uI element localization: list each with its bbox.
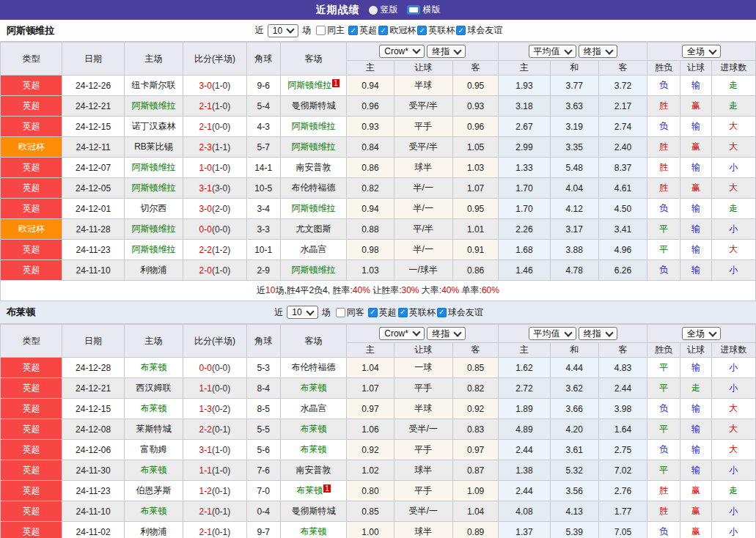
handicap-result-cell: 输 — [680, 358, 711, 378]
checkbox-icon[interactable] — [368, 308, 378, 317]
average-select-group: 平均值 终指 — [499, 43, 647, 61]
bookmaker-select[interactable]: Crow* — [379, 45, 425, 58]
average-select[interactable]: 平均值 — [529, 327, 576, 340]
date-cell: 24-11-10 — [62, 501, 124, 522]
same-venue-label: 同主 — [327, 24, 345, 37]
checkbox-icon[interactable] — [336, 308, 345, 317]
away-team-name: 南安普敦 — [296, 465, 331, 475]
goals-result-cell: 大 — [711, 178, 755, 199]
checkbox-icon[interactable] — [316, 26, 326, 35]
radio-unselected-icon[interactable] — [369, 6, 378, 15]
match-row: 英超24-11-23阿斯顿维拉2-2(1-2)10-1水晶宫0.98半/一0.9… — [1, 240, 756, 260]
league-filter-英联杯[interactable]: 英联杯 — [397, 306, 436, 319]
away-team-name: 阿斯顿维拉 — [292, 141, 336, 152]
fulltime-select[interactable]: 全场 — [682, 45, 721, 58]
fulltime-score: 2-3 — [199, 142, 212, 152]
avg-odds-cell: 2.67 — [499, 117, 550, 137]
checkbox-icon[interactable] — [378, 26, 388, 35]
avg-odds-cell: 1.77 — [598, 501, 647, 522]
col-corner: 角球 — [246, 43, 280, 75]
league-filter-欧冠杯[interactable]: 欧冠杯 — [377, 24, 416, 37]
date-cell: 24-11-23 — [62, 240, 124, 260]
average-select[interactable]: 平均值 — [529, 45, 576, 58]
winlose-result-cell: 负 — [647, 260, 680, 281]
filter-bar: 近 10 场 同主 英超欧冠杯英联杯球会友谊 — [0, 20, 756, 41]
checkbox-icon[interactable] — [456, 26, 466, 35]
recent-count-select[interactable]: 10 — [287, 306, 318, 319]
league-cell: 英超 — [1, 460, 62, 481]
avg-odds-cell: 3.19 — [550, 117, 598, 137]
checkbox-icon[interactable] — [417, 26, 427, 35]
crow-odds-cell: 0.97 — [347, 399, 394, 419]
avg-odds-cell: 4.50 — [598, 199, 647, 219]
radio-horizontal-label: 横版 — [423, 4, 441, 16]
avg-odds-cell: 5.32 — [550, 460, 598, 481]
recent-count-select[interactable]: 10 — [268, 24, 298, 37]
checkbox-icon[interactable] — [437, 308, 447, 317]
league-filter-球会友谊[interactable]: 球会友谊 — [436, 306, 483, 319]
summary-segment: 场,胜4平2负4, 胜率: — [275, 285, 352, 295]
checkbox-icon[interactable] — [398, 308, 408, 317]
match-row: 欧冠杯24-11-28阿斯顿维拉0-0(0-0)3-3尤文图斯0.88平/半1.… — [1, 219, 756, 240]
avg-odds-cell: 4.83 — [598, 358, 647, 378]
date-cell: 24-11-28 — [62, 219, 124, 240]
handicap-result-cell: 输 — [680, 158, 711, 178]
avg-odds-cell: 1.62 — [499, 358, 550, 378]
radio-selected-icon[interactable] — [407, 5, 420, 15]
chevron-down-icon — [708, 328, 716, 336]
bookmaker-select[interactable]: Crow* — [379, 327, 425, 340]
away-team-name: 阿斯顿维拉 — [292, 265, 336, 275]
odds-stage-select-2[interactable]: 终指 — [579, 327, 617, 340]
fulltime-score: 2-2 — [199, 245, 212, 255]
home-team-cell: 伯恩茅斯 — [124, 481, 183, 501]
away-team-name: 曼彻斯特城 — [292, 100, 336, 111]
brighton-rows: 英超24-12-28布莱顿0-0(0-0)5-3布伦特福德1.04一球0.851… — [1, 358, 756, 538]
crow-odds-cell: 球半 — [394, 158, 452, 178]
league-filter-英联杯[interactable]: 英联杯 — [416, 24, 455, 37]
halftime-score: (0-1) — [212, 506, 230, 517]
goals-result-cell: 小 — [711, 358, 755, 378]
home-team-cell: RB莱比锡 — [124, 137, 183, 158]
match-row: 英超24-12-15诺丁汉森林2-1(0-0)4-3阿斯顿维拉0.93平手0.9… — [1, 117, 756, 137]
odds-stage-select-2[interactable]: 终指 — [579, 45, 617, 58]
away-team-name: 水晶宫 — [301, 244, 327, 254]
avg-odds-cell: 5.39 — [550, 522, 598, 538]
avg-odds-cell: 5.48 — [550, 158, 598, 178]
score-cell: 2-0(1-0) — [183, 260, 246, 281]
checkbox-icon[interactable] — [348, 26, 358, 35]
match-row: 英超24-12-06富勒姆3-1(1-0)5-6布莱顿0.92平手0.972.4… — [1, 440, 756, 460]
same-venue-checkbox[interactable]: 同客 — [334, 306, 364, 319]
halftime-score: (2-0) — [212, 204, 230, 214]
same-venue-checkbox[interactable]: 同主 — [315, 24, 345, 37]
odds-stage-select[interactable]: 终指 — [427, 45, 466, 58]
handicap-result-cell: 输 — [680, 199, 711, 219]
crow-odds-cell: 1.01 — [452, 219, 498, 240]
layout-radio-vertical[interactable]: 竖版 — [369, 4, 398, 16]
odds-stage-select[interactable]: 终指 — [427, 327, 466, 340]
crow-odds-cell: 0.80 — [347, 481, 394, 501]
corner-cell: 2-9 — [246, 260, 280, 281]
goals-result-cell: 小 — [711, 260, 755, 281]
away-team-name: 阿斯顿维拉 — [292, 203, 336, 213]
league-cell: 欧冠杯 — [1, 219, 62, 240]
crow-odds-cell: 0.82 — [452, 378, 498, 399]
league-cell: 英超 — [1, 117, 62, 137]
league-filter-球会友谊[interactable]: 球会友谊 — [455, 24, 502, 37]
avg-odds-cell: 3.56 — [550, 481, 598, 501]
league-filter-英超[interactable]: 英超 — [367, 306, 397, 319]
layout-radio-horizontal[interactable]: 横版 — [407, 4, 441, 16]
corner-cell: 5-5 — [246, 419, 280, 440]
avg-odds-cell: 7.05 — [598, 522, 647, 538]
corner-cell: 8-4 — [246, 378, 280, 399]
sub-handicap: 让球 — [394, 343, 452, 358]
league-filter-英超[interactable]: 英超 — [347, 24, 377, 37]
col-corner: 角球 — [246, 325, 280, 358]
winlose-result-cell: 负 — [647, 440, 680, 460]
crow-odds-cell: 1.07 — [452, 178, 498, 199]
handicap-result-cell: 赢 — [680, 522, 711, 538]
fulltime-select[interactable]: 全场 — [682, 327, 721, 340]
crow-odds-cell: 0.94 — [347, 75, 394, 96]
avg-odds-cell: 3.66 — [550, 399, 598, 419]
goals-result-cell: 小 — [711, 378, 755, 399]
col-home: 主场 — [124, 43, 183, 75]
